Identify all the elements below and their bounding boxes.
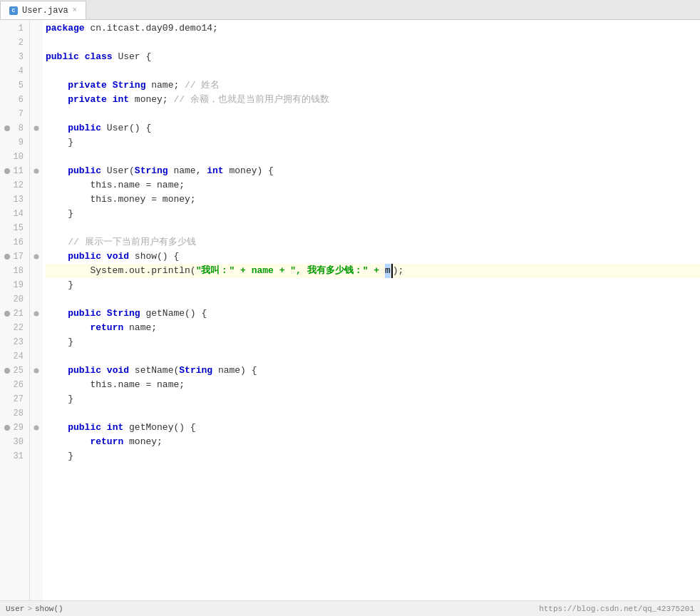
code-segment-plain: cn.itcast.day09.demo14; (85, 21, 218, 36)
code-content[interactable]: package cn.itcast.day09.demo14; public c… (43, 20, 700, 600)
tab-close-button[interactable]: × (73, 6, 77, 14)
gutter-cell (30, 364, 43, 378)
editor-area: 1234567891011121314151617181920212223242… (0, 20, 700, 600)
code-segment-plain: money) { (224, 164, 274, 178)
code-line (46, 107, 700, 121)
code-segment-plain (46, 435, 90, 449)
code-segment-plain (101, 307, 107, 321)
code-line: return money; (46, 435, 700, 449)
tab-filename: User.java (22, 6, 68, 16)
gutter (30, 20, 43, 600)
code-line: public void show() { (46, 250, 700, 264)
code-segment-plain: this.money = money; (46, 192, 196, 207)
gutter-cell (30, 335, 43, 349)
code-segment-plain: this.name = name; (46, 378, 185, 392)
java-file-icon: C (9, 6, 18, 15)
gutter-cell (30, 21, 43, 36)
code-segment-plain (46, 250, 68, 264)
code-segment-plain: show() { (129, 250, 179, 264)
code-segment-kw: String (179, 364, 212, 378)
status-bar: User > show() https://blog.csdn.net/qq_4… (0, 600, 700, 616)
code-segment-kw: public (68, 164, 101, 178)
code-line: return name; (46, 321, 700, 335)
code-segment-plain (46, 121, 68, 135)
line-number: 10 (0, 150, 29, 164)
code-segment-kw: return (90, 435, 123, 449)
line-number: 17 (0, 250, 29, 264)
code-line (46, 292, 700, 307)
code-line (46, 221, 700, 235)
code-segment-plain: name; (123, 321, 157, 335)
code-segment-kw: public (46, 50, 79, 64)
line-number: 2 (0, 36, 29, 50)
gutter-cell (30, 392, 43, 406)
code-segment-plain: } (46, 207, 73, 221)
code-segment-plain: } (46, 278, 73, 292)
code-segment-plain: money; (123, 435, 163, 449)
ide-window: C User.java × 12345678910111213141516171… (0, 0, 700, 616)
code-line (46, 150, 700, 164)
code-line: public class User { (46, 50, 700, 64)
line-number: 8 (0, 121, 29, 135)
gutter-cell (30, 378, 43, 392)
line-number: 11 (0, 164, 29, 178)
code-segment-plain (101, 250, 107, 264)
file-tab[interactable]: C User.java × (0, 1, 86, 19)
line-number: 23 (0, 335, 29, 349)
line-number: 15 (0, 221, 29, 235)
code-line: System.out.println("我叫：" + name + ", 我有多… (46, 264, 700, 278)
code-segment-plain (46, 421, 68, 435)
code-segment-kw: int (113, 93, 129, 107)
line-number: 1 (0, 21, 29, 36)
svg-point-0 (34, 126, 39, 131)
gutter-cell (30, 406, 43, 421)
line-number: 13 (0, 192, 29, 207)
code-line: public void setName(String name) { (46, 364, 700, 378)
code-segment-selection: m (385, 264, 391, 278)
line-number: 14 (0, 207, 29, 221)
code-segment-kw: String (135, 164, 168, 178)
code-segment-plain: name; (145, 78, 185, 93)
line-numbers: 1234567891011121314151617181920212223242… (0, 20, 30, 600)
code-segment-plain (46, 235, 68, 250)
code-line (46, 406, 700, 421)
gutter-cell (30, 93, 43, 107)
code-line: public int getMoney() { (46, 421, 700, 435)
line-number: 21 (0, 307, 29, 321)
svg-point-5 (34, 426, 39, 431)
code-segment-kw: private (68, 78, 107, 93)
code-segment-plain: getName() { (140, 307, 207, 321)
code-segment-plain: ); (393, 264, 404, 278)
code-segment-plain (46, 164, 68, 178)
code-line: private int money; // 余额，也就是当前用户拥有的钱数 (46, 93, 700, 107)
code-segment-plain: User() { (101, 121, 151, 135)
svg-point-3 (34, 312, 39, 317)
gutter-cell (30, 321, 43, 335)
svg-point-1 (34, 169, 39, 174)
code-segment-plain: name) { (212, 364, 257, 378)
code-segment-plain: this.name = name; (46, 178, 185, 192)
code-segment-plain (107, 78, 113, 93)
code-segment-plain (46, 364, 68, 378)
code-segment-plain (79, 50, 85, 64)
line-number: 28 (0, 406, 29, 421)
code-segment-plain (101, 421, 107, 435)
line-number: 18 (0, 264, 29, 278)
code-segment-kw: String (113, 78, 146, 93)
code-segment-kw: void (107, 364, 129, 378)
code-segment-plain (46, 78, 68, 93)
code-segment-plain: } (46, 135, 73, 150)
gutter-cell (30, 64, 43, 78)
code-line: public String getName() { (46, 307, 700, 321)
gutter-cell (30, 250, 43, 264)
code-line: private String name; // 姓名 (46, 78, 700, 93)
code-segment-plain (46, 93, 68, 107)
code-line (46, 64, 700, 78)
code-segment-plain: } (46, 392, 73, 406)
code-segment-kw: private (68, 93, 107, 107)
code-line: } (46, 278, 700, 292)
code-line: } (46, 449, 700, 463)
svg-point-2 (34, 255, 39, 260)
gutter-cell (30, 107, 43, 121)
line-number: 31 (0, 449, 29, 463)
